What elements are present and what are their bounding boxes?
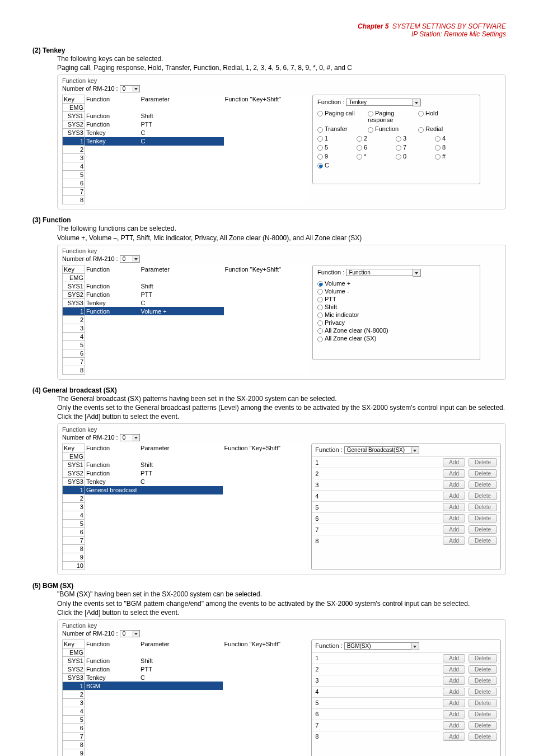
function-cell[interactable] bbox=[85, 366, 140, 374]
chevron-down-icon[interactable] bbox=[413, 99, 421, 106]
function-cell[interactable]: Function bbox=[85, 469, 139, 478]
keyshift-cell[interactable] bbox=[224, 298, 308, 307]
rm210-value[interactable]: 0 bbox=[120, 85, 133, 92]
delete-button[interactable]: Delete bbox=[469, 676, 497, 685]
function-cell[interactable] bbox=[85, 562, 139, 570]
key-cell[interactable]: 3 bbox=[63, 324, 85, 332]
function-cell[interactable] bbox=[85, 332, 140, 340]
parameter-cell[interactable] bbox=[140, 357, 224, 366]
parameter-cell[interactable] bbox=[139, 494, 223, 503]
radio-option[interactable]: Function bbox=[368, 125, 413, 132]
key-cell[interactable]: SYS3 bbox=[63, 298, 85, 307]
key-cell[interactable]: SYS2 bbox=[63, 469, 85, 478]
parameter-cell[interactable] bbox=[140, 179, 224, 188]
radio-option[interactable]: Volume + bbox=[317, 280, 475, 287]
keyshift-cell[interactable] bbox=[223, 740, 306, 749]
function-cell[interactable] bbox=[85, 520, 139, 528]
add-button[interactable]: Add bbox=[443, 665, 465, 674]
key-cell[interactable]: 1 bbox=[63, 682, 85, 690]
parameter-cell[interactable]: Shift bbox=[139, 461, 223, 469]
radio-option[interactable]: 9 bbox=[317, 153, 351, 160]
function-cell[interactable] bbox=[85, 154, 140, 162]
key-cell[interactable]: 9 bbox=[63, 749, 85, 756]
radio-option[interactable]: Shift bbox=[317, 304, 475, 310]
parameter-cell[interactable] bbox=[139, 690, 223, 698]
add-button[interactable]: Add bbox=[443, 492, 465, 500]
parameter-cell[interactable] bbox=[139, 536, 223, 545]
radio-option[interactable]: Redial bbox=[418, 125, 463, 132]
key-cell[interactable]: 7 bbox=[63, 357, 85, 366]
parameter-cell[interactable] bbox=[139, 698, 223, 707]
function-cell[interactable] bbox=[85, 196, 140, 204]
key-cell[interactable]: 10 bbox=[63, 562, 85, 570]
parameter-cell[interactable] bbox=[140, 340, 224, 349]
keyshift-cell[interactable] bbox=[224, 349, 308, 357]
radio-option[interactable]: 0 bbox=[396, 153, 429, 160]
add-button[interactable]: Add bbox=[443, 688, 465, 696]
function-dropdown[interactable]: BGM(SX) bbox=[344, 642, 411, 650]
key-cell[interactable]: 5 bbox=[63, 340, 85, 349]
radio-option[interactable]: 4 bbox=[435, 135, 469, 142]
function-cell[interactable] bbox=[85, 162, 140, 171]
delete-button[interactable]: Delete bbox=[469, 458, 497, 466]
keyshift-cell[interactable] bbox=[224, 179, 308, 188]
parameter-cell[interactable] bbox=[139, 511, 223, 520]
add-button[interactable]: Add bbox=[443, 480, 465, 489]
radio-option[interactable]: Transfer bbox=[317, 125, 362, 132]
function-cell[interactable] bbox=[85, 503, 139, 511]
keyshift-cell[interactable] bbox=[224, 104, 308, 112]
function-cell[interactable]: Function bbox=[85, 112, 140, 120]
parameter-cell[interactable] bbox=[140, 104, 224, 112]
keyshift-cell[interactable] bbox=[223, 528, 306, 536]
parameter-cell[interactable] bbox=[140, 324, 224, 332]
function-cell[interactable]: Function bbox=[85, 461, 139, 469]
parameter-cell[interactable]: C bbox=[140, 137, 224, 146]
keyshift-cell[interactable] bbox=[223, 715, 306, 724]
parameter-cell[interactable] bbox=[140, 366, 224, 374]
keyshift-cell[interactable] bbox=[223, 520, 306, 528]
keyshift-cell[interactable] bbox=[224, 188, 308, 196]
function-cell[interactable] bbox=[85, 648, 139, 656]
function-cell[interactable]: Tenkey bbox=[85, 129, 140, 137]
key-cell[interactable]: SYS3 bbox=[63, 673, 85, 682]
add-button[interactable]: Add bbox=[443, 503, 465, 511]
radio-option[interactable]: 5 bbox=[317, 144, 351, 151]
parameter-cell[interactable]: PTT bbox=[140, 120, 224, 129]
function-cell[interactable] bbox=[85, 324, 140, 332]
function-cell[interactable] bbox=[85, 315, 140, 324]
function-cell[interactable] bbox=[85, 511, 139, 520]
function-cell[interactable] bbox=[85, 690, 139, 698]
parameter-cell[interactable] bbox=[139, 648, 223, 656]
function-cell[interactable] bbox=[85, 715, 139, 724]
key-cell[interactable]: 2 bbox=[63, 146, 85, 154]
key-cell[interactable]: 5 bbox=[63, 715, 85, 724]
delete-button[interactable]: Delete bbox=[469, 492, 497, 500]
parameter-cell[interactable] bbox=[139, 562, 223, 570]
radio-option[interactable]: All Zone clear (SX) bbox=[317, 335, 475, 342]
key-cell[interactable]: 8 bbox=[63, 545, 85, 553]
keyshift-cell[interactable] bbox=[223, 724, 306, 732]
function-cell[interactable]: Function bbox=[85, 120, 140, 129]
key-cell[interactable]: 3 bbox=[63, 154, 85, 162]
radio-option[interactable]: Paging call bbox=[317, 110, 362, 123]
parameter-cell[interactable] bbox=[139, 545, 223, 553]
parameter-cell[interactable] bbox=[140, 349, 224, 357]
function-cell[interactable] bbox=[85, 104, 140, 112]
key-cell[interactable]: SYS2 bbox=[63, 290, 85, 298]
keyshift-cell[interactable] bbox=[224, 154, 308, 162]
radio-option[interactable]: * bbox=[357, 153, 390, 160]
add-button[interactable]: Add bbox=[443, 525, 465, 534]
delete-button[interactable]: Delete bbox=[469, 688, 497, 696]
function-cell[interactable] bbox=[85, 357, 140, 366]
radio-option[interactable]: Paging response bbox=[368, 110, 413, 123]
radio-option[interactable]: 6 bbox=[357, 144, 390, 151]
function-cell[interactable] bbox=[85, 188, 140, 196]
parameter-cell[interactable] bbox=[139, 724, 223, 732]
key-cell[interactable]: 6 bbox=[63, 349, 85, 357]
key-cell[interactable]: 6 bbox=[63, 179, 85, 188]
rm210-dropdown-icon[interactable] bbox=[133, 630, 140, 637]
parameter-cell[interactable] bbox=[139, 486, 223, 494]
function-dropdown[interactable]: General Broadcast(SX) bbox=[344, 446, 411, 454]
parameter-cell[interactable] bbox=[139, 740, 223, 749]
function-cell[interactable] bbox=[85, 349, 140, 357]
